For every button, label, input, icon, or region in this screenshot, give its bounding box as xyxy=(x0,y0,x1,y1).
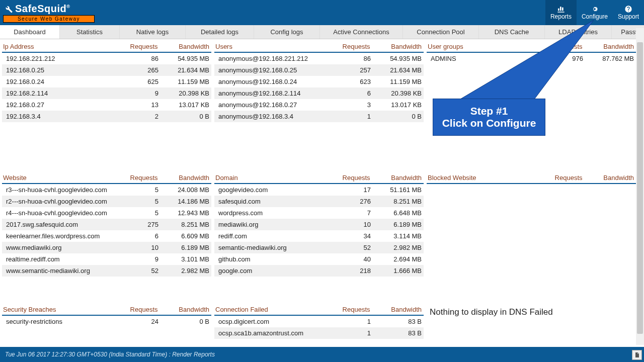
table-row[interactable]: security-restrictions240 B xyxy=(2,316,211,327)
scroll-thumb[interactable] xyxy=(637,42,643,334)
tab-statistics[interactable]: Statistics xyxy=(60,25,120,39)
cell-requests: 40 xyxy=(320,255,371,263)
table-row[interactable]: r2---sn-huoa-cvhl.googlevideo.com514.186… xyxy=(2,196,211,207)
col-bandwidth: Bandwidth xyxy=(370,43,422,50)
table-row[interactable]: 192.168.221.2128654.935 MB xyxy=(2,53,211,64)
cell-requests: 52 xyxy=(320,244,371,251)
cell-requests: 24 xyxy=(108,318,158,325)
tab-native-logs[interactable]: Native logs xyxy=(120,25,186,39)
cell-requests: 625 xyxy=(108,78,158,85)
cell-bandwidth: 51.161 MB xyxy=(371,186,422,194)
table-row[interactable]: 192.168.0.2462511.159 MB xyxy=(2,76,211,87)
cell-requests: 52 xyxy=(108,267,158,275)
col-requests: Requests xyxy=(531,174,583,182)
table-row[interactable]: mediawiki.org106.189 MB xyxy=(214,219,424,230)
gears-icon xyxy=(591,5,599,13)
callout-text: Click on Configure xyxy=(441,117,537,129)
panel-header: Ip AddressRequestsBandwidth xyxy=(2,41,211,53)
dashboard-content: Ip AddressRequestsBandwidth192.168.221.2… xyxy=(0,39,644,351)
cell-requests: 1 xyxy=(320,329,371,337)
tab-config-logs[interactable]: Config logs xyxy=(254,25,320,39)
table-row[interactable]: wordpress.com76.648 MB xyxy=(214,207,424,219)
table-row[interactable]: googlevideo.com1751.161 MB xyxy=(214,184,424,196)
table-row[interactable]: anonymous@192.168.0.2462311.159 MB xyxy=(214,76,424,87)
cell-name: ADMINS xyxy=(431,55,532,62)
tab-ldap-entries[interactable]: LDAP Entries xyxy=(545,25,612,39)
table-row[interactable]: realtime.rediff.com93.101 MB xyxy=(2,253,211,265)
table-row[interactable]: www.mediawiki.org106.189 MB xyxy=(2,242,211,253)
export-pdf-icon[interactable] xyxy=(632,350,642,360)
table-row[interactable]: keenlearner.files.wordpress.com66.609 MB xyxy=(2,230,211,242)
col-requests: Requests xyxy=(106,174,158,182)
table-row[interactable]: ocsp.digicert.com183 B xyxy=(214,316,424,327)
table-row[interactable]: 192.168.0.271313.017 KB xyxy=(2,99,211,111)
cell-name: r2---sn-huoa-cvhl.googlevideo.com xyxy=(6,198,108,205)
tab-dns-cache[interactable]: DNS Cache xyxy=(479,25,545,39)
brand-logo: SafeSquid® Secure Web Gateway xyxy=(0,3,95,23)
table-row[interactable]: 192.168.2.114920.398 KB xyxy=(2,87,211,99)
table-row[interactable]: ADMINS97687.762 MB xyxy=(427,53,636,64)
table-row[interactable]: www.semantic-mediawiki.org522.982 MB xyxy=(2,265,211,277)
cell-name: ocsp.sca1b.amazontrust.com xyxy=(218,329,320,337)
cell-requests: 9 xyxy=(108,89,158,97)
table-row[interactable]: r4---sn-huoa-cvhl.googlevideo.com512.943… xyxy=(2,207,211,219)
cell-name: r4---sn-huoa-cvhl.googlevideo.com xyxy=(6,209,108,217)
cell-name: rediff.com xyxy=(218,232,320,240)
cell-name: wordpress.com xyxy=(218,209,320,217)
tabs-bar: DashboardStatisticsNative logsDetailed l… xyxy=(0,25,644,39)
table-row[interactable]: 192.168.3.420 B xyxy=(2,111,211,122)
table-row[interactable]: github.com402.694 MB xyxy=(214,253,424,265)
table-row[interactable]: r3---sn-huoa-cvhl.googlevideo.com524.008… xyxy=(2,184,211,196)
panel-domain: DomainRequestsBandwidthgooglevideo.com17… xyxy=(214,172,424,296)
table-row[interactable]: google.com2181.666 MB xyxy=(214,265,424,277)
cell-bandwidth: 13.017 KB xyxy=(371,101,422,109)
panel-users: UsersRequestsBandwidthanonymous@192.168.… xyxy=(214,41,424,165)
col-title: Ip Address xyxy=(3,43,106,50)
cell-bandwidth: 20.398 KB xyxy=(158,89,209,97)
cell-bandwidth: 13.017 KB xyxy=(158,101,209,109)
tab-connection-pool[interactable]: Connection Pool xyxy=(403,25,479,39)
cell-name: 192.168.2.114 xyxy=(6,89,108,97)
table-row[interactable]: anonymous@192.168.0.2525721.634 MB xyxy=(214,64,424,76)
col-bandwidth: Bandwidth xyxy=(370,174,422,182)
tab-detailed-logs[interactable]: Detailed logs xyxy=(186,25,254,39)
table-row[interactable]: semantic-mediawiki.org522.982 MB xyxy=(214,242,424,253)
col-title: Website xyxy=(3,174,106,182)
cell-requests: 257 xyxy=(320,66,371,74)
col-bandwidth: Bandwidth xyxy=(158,174,210,182)
col-requests: Requests xyxy=(106,306,158,313)
panel-header: DomainRequestsBandwidth xyxy=(214,172,424,184)
table-row[interactable]: safesquid.com2768.251 MB xyxy=(214,196,424,207)
table-row[interactable]: anonymous@192.168.221.2128654.935 MB xyxy=(214,53,424,64)
table-row[interactable]: anonymous@192.168.3.410 B xyxy=(214,111,424,122)
nav-reports[interactable]: Reports xyxy=(545,0,577,25)
nav-configure[interactable]: Configure xyxy=(577,0,613,25)
nav-support[interactable]: Support xyxy=(613,0,644,25)
table-row[interactable]: rediff.com343.114 MB xyxy=(214,230,424,242)
cell-name: 192.168.221.212 xyxy=(6,55,108,62)
cell-name: mediawiki.org xyxy=(218,221,320,228)
cell-bandwidth: 24.008 MB xyxy=(158,186,209,194)
col-title: Blocked Website xyxy=(428,174,531,182)
tab-active-connections[interactable]: Active Connections xyxy=(320,25,403,39)
cell-name: 192.168.3.4 xyxy=(6,113,108,120)
col-bandwidth: Bandwidth xyxy=(158,43,210,50)
panel-rows: anonymous@192.168.221.2128654.935 MBanon… xyxy=(214,53,424,165)
footer-status: Tue Jun 06 2017 12:27:30 GMT+0530 (India… xyxy=(5,351,215,358)
vertical-scrollbar[interactable] xyxy=(636,28,644,345)
panel-rows: r3---sn-huoa-cvhl.googlevideo.com524.008… xyxy=(2,184,211,296)
cell-name: semantic-mediawiki.org xyxy=(218,244,320,251)
callout-title: Step #1 xyxy=(441,105,537,117)
table-row[interactable]: 192.168.0.2526521.634 MB xyxy=(2,64,211,76)
table-row[interactable]: 2017.swg.safesquid.com2758.251 MB xyxy=(2,219,211,230)
nav-configure-label: Configure xyxy=(582,13,608,20)
cell-bandwidth: 0 B xyxy=(371,113,422,120)
tab-dashboard[interactable]: Dashboard xyxy=(0,25,60,39)
cell-requests: 276 xyxy=(320,198,371,205)
col-title: Connection Failed xyxy=(215,306,318,313)
cell-name: www.mediawiki.org xyxy=(6,244,108,251)
table-row[interactable]: anonymous@192.168.0.27313.017 KB xyxy=(214,99,424,111)
table-row[interactable]: ocsp.sca1b.amazontrust.com183 B xyxy=(214,327,424,339)
table-row[interactable]: anonymous@192.168.2.114620.398 KB xyxy=(214,87,424,99)
panel-dnsfail: Nothing to display in DNS Failed xyxy=(427,304,636,344)
